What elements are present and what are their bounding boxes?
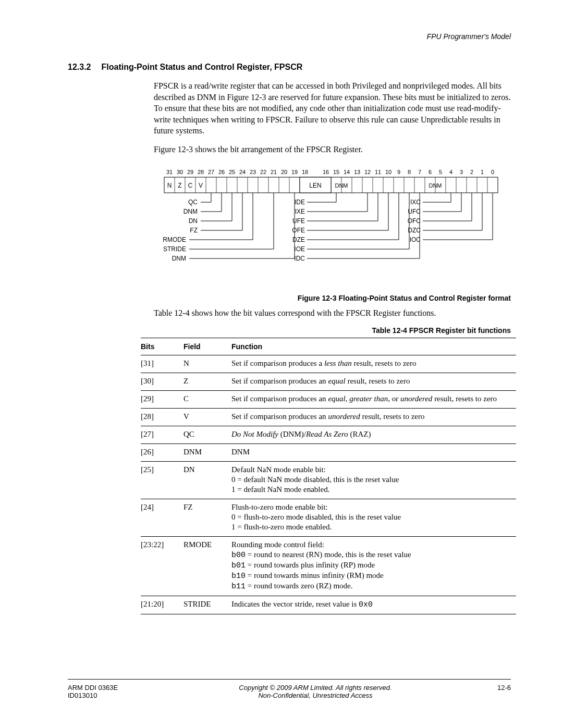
cell-field: N	[183, 355, 231, 373]
svg-text:DNM: DNM	[183, 208, 198, 215]
svg-text:11: 11	[375, 169, 381, 175]
svg-text:9: 9	[397, 169, 400, 175]
footer-rule	[68, 679, 511, 680]
cell-function: Flush-to-zero mode enable bit:0 = flush-…	[231, 499, 516, 537]
svg-text:IOE: IOE	[294, 245, 305, 253]
svg-text:5: 5	[439, 169, 442, 175]
svg-text:0: 0	[491, 169, 494, 175]
cell-bits: [29]	[141, 391, 183, 409]
svg-text:22: 22	[260, 169, 266, 175]
cell-field: Z	[183, 373, 231, 391]
svg-text:IDE: IDE	[295, 199, 305, 206]
svg-text:20: 20	[281, 169, 287, 175]
cell-bits: [24]	[141, 499, 183, 537]
cell-function: Rounding mode control field:b00 = round …	[231, 537, 516, 596]
table-header-row: Bits Field Function	[141, 338, 516, 355]
svg-text:29: 29	[187, 169, 193, 175]
section-heading: 12.3.2 Floating-Point Status and Control…	[68, 63, 511, 72]
svg-text:31: 31	[166, 169, 173, 175]
table-caption: Table 12-4 FPSCR Register bit functions	[154, 326, 511, 336]
body-block: FPSCR is a read/write register that can …	[154, 80, 511, 155]
svg-text:IXE: IXE	[295, 208, 305, 215]
table-row: [30]ZSet if comparison produces an equal…	[141, 373, 516, 391]
svg-text:3: 3	[460, 169, 463, 175]
svg-text:23: 23	[250, 169, 256, 175]
table-row: [27]QCDo Not Modify (DNM)/Read As Zero (…	[141, 426, 516, 444]
svg-text:DNM: DNM	[429, 182, 442, 189]
cell-field: STRIDE	[183, 596, 231, 614]
svg-text:8: 8	[408, 169, 411, 175]
copyright: Copyright © 2009 ARM Limited. All rights…	[162, 684, 469, 692]
cell-bits: [25]	[141, 462, 183, 499]
svg-text:14: 14	[344, 169, 350, 175]
svg-text:DNM: DNM	[335, 182, 348, 189]
footer-left: ARM DDI 0363E ID013010	[68, 684, 162, 699]
cell-field: C	[183, 391, 231, 409]
page-footer: ARM DDI 0363E ID013010 Copyright © 2009 …	[68, 679, 511, 699]
svg-text:DNM: DNM	[172, 255, 186, 262]
svg-text:24: 24	[239, 169, 246, 175]
figure-caption: Figure 12-3 Floating-Point Status and Co…	[154, 294, 511, 302]
svg-text:DN: DN	[189, 217, 198, 225]
svg-text:IDC: IDC	[294, 255, 305, 262]
paragraph: FPSCR is a read/write register that can …	[154, 80, 511, 137]
svg-text:DZC: DZC	[408, 227, 421, 234]
table-row: [25]DNDefault NaN mode enable bit:0 = de…	[141, 462, 516, 499]
section-number: 12.3.2	[68, 63, 91, 72]
svg-text:IOC: IOC	[410, 236, 421, 243]
cell-field: DNM	[183, 444, 231, 462]
cell-function: Set if comparison produces an unordered …	[231, 409, 516, 426]
cell-bits: [21:20]	[141, 596, 183, 614]
svg-text:DZE: DZE	[292, 236, 305, 243]
figure: 3130292827262524232221201918161514131211…	[154, 165, 511, 302]
svg-text:27: 27	[208, 169, 214, 175]
cell-bits: [31]	[141, 355, 183, 373]
svg-text:12: 12	[364, 169, 371, 175]
cell-function: Default NaN mode enable bit:0 = default …	[231, 462, 516, 499]
table-row: [26]DNMDNM	[141, 444, 516, 462]
col-func: Function	[231, 338, 516, 355]
svg-text:UFE: UFE	[292, 217, 305, 225]
body-block: Table 12-4 shows how the bit values corr…	[154, 307, 511, 336]
table-row: [24]FZFlush-to-zero mode enable bit:0 = …	[141, 499, 516, 537]
doc-id: ARM DDI 0363E	[68, 684, 162, 692]
cell-field: DN	[183, 462, 231, 499]
cell-function: DNM	[231, 444, 516, 462]
svg-text:2: 2	[470, 169, 473, 175]
svg-text:QC: QC	[188, 199, 198, 206]
cell-function: Do Not Modify (DNM)/Read As Zero (RAZ)	[231, 426, 516, 444]
svg-text:21: 21	[271, 169, 277, 175]
table-row: [31]NSet if comparison produces a less t…	[141, 355, 516, 373]
fpscr-table: Bits Field Function [31]NSet if comparis…	[141, 338, 516, 614]
svg-text:STRIDE: STRIDE	[163, 245, 186, 253]
svg-text:30: 30	[177, 169, 183, 175]
confidentiality: Non-Confidential, Unrestricted Access	[162, 692, 469, 699]
col-field: Field	[183, 338, 231, 355]
svg-text:FZ: FZ	[190, 227, 198, 234]
cell-function: Set if comparison produces a less than r…	[231, 355, 516, 373]
svg-text:4: 4	[449, 169, 452, 175]
table-row: [28]VSet if comparison produces an unord…	[141, 409, 516, 426]
cell-function: Indicates the vector stride, reset value…	[231, 596, 516, 614]
svg-text:RMODE: RMODE	[163, 236, 186, 243]
register-diagram: 3130292827262524232221201918161514131211…	[154, 165, 508, 290]
col-bits: Bits	[141, 338, 183, 355]
svg-text:16: 16	[323, 169, 329, 175]
table-row: [23:22]RMODERounding mode control field:…	[141, 537, 516, 596]
svg-text:26: 26	[218, 169, 225, 175]
svg-text:C: C	[188, 182, 193, 189]
svg-text:13: 13	[354, 169, 360, 175]
cell-bits: [28]	[141, 409, 183, 426]
svg-text:6: 6	[429, 169, 432, 175]
svg-text:15: 15	[333, 169, 339, 175]
page: FPU Programmer's Model 12.3.2 Floating-P…	[0, 0, 563, 728]
svg-text:19: 19	[291, 169, 298, 175]
footer-center: Copyright © 2009 ARM Limited. All rights…	[162, 684, 469, 699]
svg-text:25: 25	[229, 169, 235, 175]
svg-text:UFC: UFC	[408, 208, 421, 215]
svg-text:28: 28	[198, 169, 204, 175]
running-head: FPU Programmer's Model	[427, 32, 511, 41]
section-title: Floating-Point Status and Control Regist…	[101, 63, 302, 72]
cell-field: RMODE	[183, 537, 231, 596]
svg-text:OFC: OFC	[408, 217, 421, 225]
